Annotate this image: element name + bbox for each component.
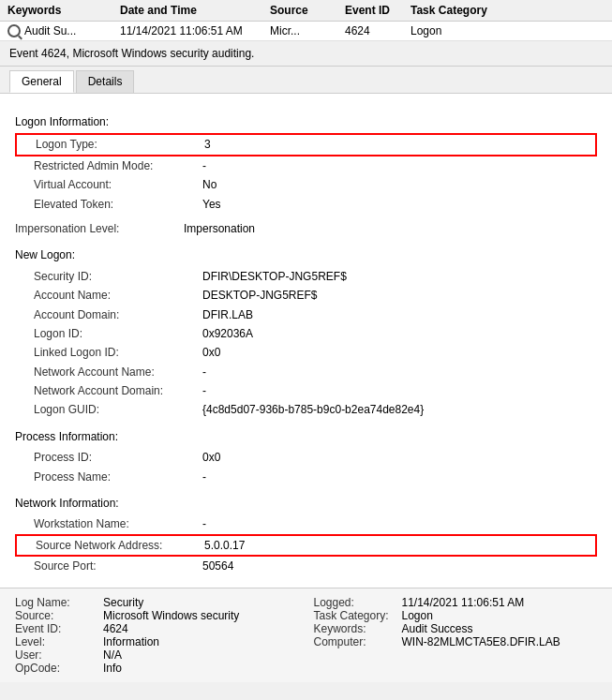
process-id-row: Process ID: 0x0: [15, 448, 597, 467]
logon-guid-label: Logon GUID:: [34, 400, 202, 419]
linked-logon-id-row: Linked Logon ID: 0x0: [15, 343, 597, 362]
logon-type-value: 3: [204, 135, 211, 154]
col-header-keywords: Keywords: [7, 4, 120, 17]
network-account-domain-label: Network Account Domain:: [34, 381, 202, 400]
event-id-label: Event ID:: [15, 622, 99, 635]
source-network-address-label: Source Network Address:: [36, 536, 204, 555]
virtual-account-value: No: [202, 175, 216, 194]
logon-id-row: Logon ID: 0x92036A: [15, 324, 597, 343]
new-logon-section: New Logon:: [15, 246, 597, 264]
account-name-value: DESKTOP-JNG5REF$: [202, 286, 317, 305]
col-header-datetime: Date and Time: [120, 4, 270, 17]
source-row: Source: Microsoft Windows security: [15, 609, 299, 622]
tab-general[interactable]: General: [9, 70, 74, 93]
opcode-value: Info: [103, 662, 122, 675]
restricted-admin-label: Restricted Admin Mode:: [34, 156, 202, 175]
process-name-row: Process Name: -: [15, 468, 597, 486]
logon-type-label: Logon Type:: [36, 135, 204, 154]
network-account-name-value: -: [202, 363, 206, 381]
computer-label: Computer:: [314, 635, 398, 648]
user-row: User: N/A: [15, 648, 299, 662]
account-name-label: Account Name:: [34, 286, 202, 305]
source-label: Source:: [15, 609, 99, 622]
row-keywords: Audit Su...: [7, 24, 120, 37]
event-title-bar: Event 4624, Microsoft Windows security a…: [0, 41, 612, 67]
elevated-token-value: Yes: [202, 195, 221, 214]
level-value: Information: [103, 635, 159, 648]
network-account-name-label: Network Account Name:: [34, 363, 202, 381]
source-network-address-value: 5.0.0.17: [204, 536, 245, 555]
task-category-value: Logon: [402, 609, 433, 622]
process-name-label: Process Name:: [34, 468, 202, 486]
opcode-label: OpCode:: [15, 662, 99, 675]
impersonation-label: Impersonation Level:: [15, 219, 184, 238]
table-row[interactable]: Audit Su... 11/14/2021 11:06:51 AM Micr.…: [0, 22, 612, 41]
workstation-name-row: Workstation Name: -: [15, 514, 597, 533]
row-eventid: 4624: [345, 24, 410, 37]
table-header: Keywords Date and Time Source Event ID T…: [0, 0, 612, 22]
impersonation-row: Impersonation Level: Impersonation: [15, 219, 597, 238]
logged-value: 11/14/2021 11:06:51 AM: [402, 596, 525, 609]
keywords-value: Audit Success: [402, 622, 473, 635]
bottom-panel: Log Name: Security Source: Microsoft Win…: [0, 588, 612, 682]
process-name-value: -: [202, 468, 206, 486]
account-domain-value: DFIR.LAB: [202, 305, 253, 324]
computer-row: Computer: WIN-82MLMCTA5E8.DFIR.LAB: [314, 635, 598, 648]
process-info-section: Process Information:: [15, 427, 597, 446]
source-network-address-row: Source Network Address: 5.0.0.17: [15, 534, 597, 557]
virtual-account-label: Virtual Account:: [34, 175, 202, 194]
linked-logon-id-label: Linked Logon ID:: [34, 343, 202, 362]
row-taskcategory: Logon: [410, 24, 504, 37]
process-id-label: Process ID:: [34, 448, 202, 467]
task-category-label: Task Category:: [314, 609, 398, 622]
logon-guid-row: Logon GUID: {4c8d5d07-936b-b785-b9c0-b2e…: [15, 400, 597, 419]
event-id-row: Event ID: 4624: [15, 622, 299, 635]
audit-icon: [7, 24, 21, 37]
network-info-section: Network Information:: [15, 494, 597, 513]
process-id-value: 0x0: [202, 448, 220, 467]
tabs-container: General Details: [0, 67, 612, 94]
source-value: Microsoft Windows security: [103, 609, 239, 622]
logon-guid-value: {4c8d5d07-936b-b785-b9c0-b2ea74de82e4}: [202, 400, 424, 419]
network-account-name-row: Network Account Name: -: [15, 363, 597, 381]
opcode-row: OpCode: Info: [15, 662, 299, 675]
workstation-name-value: -: [202, 514, 206, 533]
source-port-row: Source Port: 50564: [15, 557, 597, 575]
event-id-value: 4624: [103, 622, 128, 635]
log-name-value: Security: [103, 596, 143, 609]
logged-label: Logged:: [314, 596, 398, 609]
network-account-domain-value: -: [202, 381, 206, 400]
security-id-value: DFIR\DESKTOP-JNG5REF$: [202, 267, 347, 286]
virtual-account-row: Virtual Account: No: [15, 175, 597, 194]
keywords-label: Keywords:: [314, 622, 398, 635]
computer-value: WIN-82MLMCTA5E8.DFIR.LAB: [402, 635, 560, 648]
restricted-admin-row: Restricted Admin Mode: -: [15, 156, 597, 175]
account-name-row: Account Name: DESKTOP-JNG5REF$: [15, 286, 597, 305]
task-category-row: Task Category: Logon: [314, 609, 598, 622]
log-name-row: Log Name: Security: [15, 596, 299, 609]
source-port-value: 50564: [202, 557, 233, 575]
security-id-row: Security ID: DFIR\DESKTOP-JNG5REF$: [15, 267, 597, 286]
row-source: Micr...: [270, 24, 345, 37]
tab-details[interactable]: Details: [76, 70, 135, 93]
workstation-name-label: Workstation Name:: [34, 514, 202, 533]
linked-logon-id-value: 0x0: [202, 343, 220, 362]
restricted-admin-value: -: [202, 156, 206, 175]
logon-info-section: Logon Information:: [15, 112, 597, 131]
col-header-source: Source: [270, 4, 345, 17]
bottom-left: Log Name: Security Source: Microsoft Win…: [15, 596, 299, 675]
logon-id-value: 0x92036A: [202, 324, 253, 343]
col-header-eventid: Event ID: [345, 4, 410, 17]
logged-row: Logged: 11/14/2021 11:06:51 AM: [314, 596, 598, 609]
level-row: Level: Information: [15, 635, 299, 648]
source-port-label: Source Port:: [34, 557, 202, 575]
detail-panel: Logon Information: Logon Type: 3 Restric…: [0, 94, 612, 588]
logon-id-label: Logon ID:: [34, 324, 202, 343]
user-value: N/A: [103, 648, 122, 662]
logon-type-row: Logon Type: 3: [15, 133, 597, 156]
bottom-right: Logged: 11/14/2021 11:06:51 AM Task Cate…: [314, 596, 598, 675]
user-label: User:: [15, 648, 99, 662]
log-name-label: Log Name:: [15, 596, 99, 609]
account-domain-label: Account Domain:: [34, 305, 202, 324]
col-header-taskcategory: Task Category: [410, 4, 504, 17]
